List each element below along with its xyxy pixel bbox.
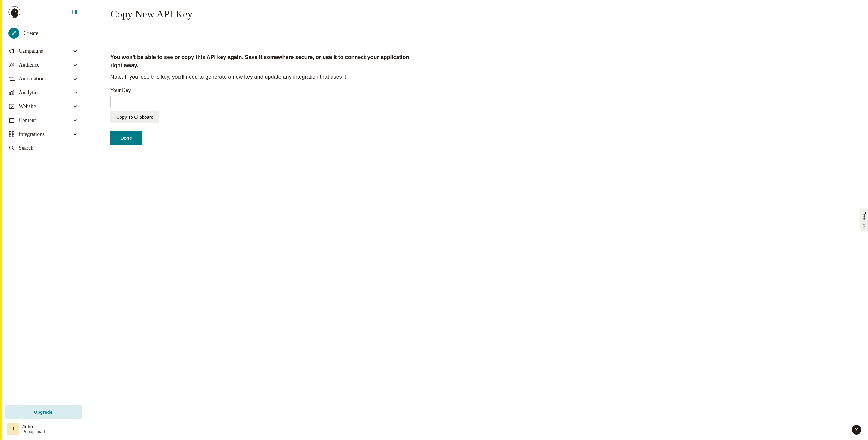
sidebar-item-analytics[interactable]: Analytics [5,86,82,99]
sidebar-item-label: Automations [19,76,73,82]
sidebar-item-label: Website [19,103,73,110]
svg-rect-12 [9,132,11,133]
warning-text: You won't be able to see or copy this AP… [110,53,421,70]
avatar: J [7,423,19,435]
profile-name: John [22,424,45,429]
sidebar-item-campaigns[interactable]: Campaigns [5,44,82,58]
sidebar-item-label: Search [19,145,78,151]
sidebar-collapse-button[interactable] [71,9,78,15]
sidebar-item-create[interactable]: Create [5,25,82,44]
note-text: Note: If you lose this key, you'll need … [110,74,421,80]
sidebar-item-label: Campaigns [19,48,73,54]
sidebar-item-label: Integrations [19,131,73,137]
svg-rect-3 [75,10,77,14]
feedback-label: Feedback [862,211,867,228]
sidebar-item-integrations[interactable]: Integrations [5,127,82,141]
help-button[interactable]: ? [852,425,861,435]
sidebar-item-search[interactable]: Search [5,141,82,155]
audience-icon [8,61,19,68]
sidebar-item-website[interactable]: Website [5,99,82,113]
svg-rect-13 [12,132,14,133]
feedback-tab[interactable]: Feedback [860,208,868,231]
bar-chart-icon [8,89,19,96]
sidebar-item-content[interactable]: Content [5,113,82,127]
page-title: Copy New API Key [110,8,843,20]
sidebar-item-label: Content [19,117,73,124]
mailchimp-logo[interactable] [8,6,21,18]
svg-rect-14 [9,135,11,136]
chevron-down-icon [73,104,78,109]
svg-rect-9 [11,91,12,95]
svg-point-5 [12,63,13,65]
svg-rect-8 [9,93,10,95]
sidebar-item-automations[interactable]: Automations [5,72,82,86]
key-field-label: Your Key [110,87,421,93]
chevron-down-icon [73,76,78,81]
done-button[interactable]: Done [110,131,142,145]
svg-point-16 [10,146,13,149]
chevron-down-icon [73,132,78,136]
grid-icon [8,131,19,137]
sidebar-item-label: Audience [19,62,73,68]
upgrade-button[interactable]: Upgrade [5,405,82,419]
svg-rect-15 [12,135,14,136]
sidebar-nav: Create Campaigns Audience Automations An… [2,21,85,402]
chevron-down-icon [73,118,78,123]
automations-icon [8,75,19,82]
svg-point-1 [15,11,16,12]
chevron-down-icon [73,62,78,67]
content-icon [8,117,19,124]
website-icon [8,103,19,110]
chevron-down-icon [73,49,78,53]
api-key-input[interactable] [110,96,315,108]
megaphone-icon [8,48,19,54]
svg-point-4 [10,63,12,65]
sidebar-item-audience[interactable]: Audience [5,58,82,72]
svg-rect-11 [9,104,14,109]
copy-to-clipboard-button[interactable]: Copy To Clipboard [110,111,159,123]
pencil-icon [8,28,19,38]
profile-block[interactable]: J John Popupsmart [5,419,82,436]
sidebar-item-label: Create [24,30,38,36]
search-icon [8,145,19,151]
sidebar: Create Campaigns Audience Automations An… [2,0,85,440]
svg-rect-10 [13,90,14,95]
sidebar-item-label: Analytics [19,90,73,96]
main-content: Copy New API Key You won't be able to se… [85,0,868,440]
chevron-down-icon [73,90,78,95]
profile-org: Popupsmart [22,429,45,434]
